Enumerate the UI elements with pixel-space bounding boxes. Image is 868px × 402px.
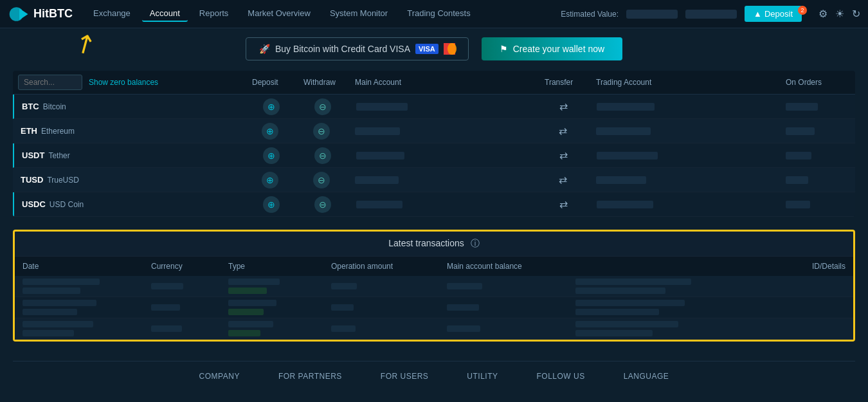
- search-area: Show zero balances: [13, 71, 244, 94]
- tx-balance-1: [439, 280, 568, 292]
- eth-trading-account: [588, 125, 778, 138]
- usdt-trading-value: [597, 152, 658, 160]
- refresh-icon[interactable]: ↻: [852, 8, 860, 20]
- eth-withdraw-button[interactable]: ⊖: [313, 123, 330, 140]
- tx-currency-3: [143, 323, 221, 334]
- estimated-value: [626, 10, 678, 19]
- nav-system-monitor[interactable]: System Monitor: [322, 6, 395, 22]
- transactions-header: Date Currency Type Operation amount Main…: [15, 257, 853, 276]
- transactions-section: Latest transactions ⓘ Date Currency Type…: [13, 230, 855, 342]
- gear-icon[interactable]: ⚙: [818, 8, 827, 20]
- tusd-withdraw-button[interactable]: ⊖: [313, 172, 330, 188]
- date-header: Date: [15, 257, 143, 276]
- tx-amount-3: [323, 323, 439, 334]
- tusd-symbol: TUSD: [21, 175, 43, 185]
- usdc-name: USD Coin: [50, 200, 84, 209]
- rocket-icon: 🚀: [259, 44, 270, 54]
- search-input[interactable]: [18, 75, 82, 90]
- currency-cell-eth: ETH Ethereum: [13, 122, 244, 140]
- eth-deposit-cell: ⊕: [244, 120, 296, 142]
- deposit-button[interactable]: ▲ Deposit: [745, 6, 802, 22]
- usdc-withdraw-button[interactable]: ⊖: [314, 196, 331, 213]
- info-icon: ⓘ: [471, 238, 480, 248]
- usdt-symbol: USDT: [22, 151, 44, 160]
- btc-symbol: BTC: [22, 102, 39, 111]
- transfer-icon: ⇄: [559, 149, 568, 161]
- btc-withdraw-cell: ⊖: [297, 96, 348, 118]
- deposit-header: Deposit: [244, 71, 296, 94]
- usdt-deposit-button[interactable]: ⊕: [263, 147, 280, 164]
- nav-market-overview[interactable]: Market Overview: [240, 6, 318, 22]
- tx-date-3: [15, 318, 143, 339]
- usdc-transfer[interactable]: ⇄: [538, 196, 589, 213]
- tusd-on-orders: [778, 174, 855, 187]
- btc-name: Bitcoin: [43, 102, 66, 111]
- wallet-icon: ⚑: [500, 44, 508, 54]
- deposit-label: Deposit: [764, 9, 793, 19]
- usdc-main-account: [348, 198, 538, 211]
- nav-trading-contests[interactable]: Trading Contests: [399, 6, 478, 22]
- table-row: USDT Tether ⊕ ⊖ ⇄: [13, 143, 855, 168]
- btc-transfer[interactable]: ⇄: [538, 98, 589, 115]
- transfer-icon: ⇄: [559, 174, 567, 186]
- currency-cell-usdc: USDC USD Coin: [14, 196, 246, 213]
- tusd-deposit-button[interactable]: ⊕: [262, 172, 278, 188]
- main-account-header: Main Account: [347, 71, 537, 94]
- usdc-trading-account: [589, 198, 778, 211]
- main-balance-header: Main account balance: [439, 257, 568, 276]
- btc-main-account: [348, 100, 538, 113]
- usdc-main-value: [356, 201, 402, 208]
- usdt-withdraw-button[interactable]: ⊖: [314, 147, 331, 164]
- btc-deposit-button[interactable]: ⊕: [263, 98, 280, 115]
- eth-orders-value: [786, 127, 815, 135]
- show-zero-balances-link[interactable]: Show zero balances: [89, 78, 158, 87]
- usdc-deposit-cell: ⊕: [246, 194, 297, 215]
- usdt-orders-value: [786, 152, 811, 160]
- nav-exchange[interactable]: Exchange: [86, 6, 138, 22]
- tx-date-2: [15, 297, 143, 318]
- transfer-icon: ⇄: [559, 100, 568, 113]
- usdt-transfer[interactable]: ⇄: [538, 147, 589, 164]
- nav-links: Exchange Account Reports Market Overview…: [86, 6, 561, 22]
- table-row: USDC USD Coin ⊕ ⊖ ⇄: [13, 192, 855, 217]
- tusd-name: TrueUSD: [47, 176, 79, 185]
- currency-header: Currency: [143, 257, 221, 276]
- create-wallet-button[interactable]: ⚑ Create your wallet now: [482, 37, 622, 60]
- tx-type-3: [221, 318, 323, 339]
- usdt-trading-account: [589, 149, 778, 162]
- usdc-deposit-button[interactable]: ⊕: [263, 196, 280, 213]
- tusd-transfer[interactable]: ⇄: [537, 171, 588, 188]
- btc-trading-account: [589, 100, 778, 113]
- usdt-main-value: [356, 152, 404, 160]
- eth-deposit-button[interactable]: ⊕: [262, 123, 278, 140]
- footer-follow: FOLLOW US: [537, 372, 585, 381]
- buy-bitcoin-button[interactable]: 🚀 Buy Bitcoin with Credit Card VISA VISA: [246, 37, 469, 60]
- buy-bitcoin-label: Buy Bitcoin with Credit Card VISA: [275, 44, 410, 54]
- currency-cell-tusd: TUSD TrueUSD: [13, 171, 244, 188]
- footer-partners: FOR PARTNERS: [278, 372, 342, 381]
- tusd-deposit-cell: ⊕: [244, 169, 296, 191]
- tx-amount-1: [323, 280, 439, 292]
- eth-main-account: [347, 125, 537, 138]
- table-row: ETH Ethereum ⊕ ⊖ ⇄: [13, 119, 855, 143]
- operation-amount-header: Operation amount: [323, 257, 439, 276]
- usdc-symbol: USDC: [22, 199, 46, 209]
- tx-currency-2: [143, 302, 221, 313]
- footer: COMPANY FOR PARTNERS FOR USERS UTILITY F…: [13, 361, 855, 391]
- tx-date-1: [15, 276, 143, 297]
- logo[interactable]: HitBTC: [8, 5, 73, 23]
- eth-transfer[interactable]: ⇄: [537, 122, 588, 140]
- footer-company: COMPANY: [199, 372, 240, 381]
- create-wallet-label: Create your wallet now: [513, 44, 604, 54]
- visa-badge: VISA: [415, 44, 439, 54]
- nav-account[interactable]: Account: [142, 6, 188, 22]
- sun-icon[interactable]: ☀: [835, 8, 844, 20]
- nav-right: Estimated Value: ▲ Deposit 2 ⚙ ☀ ↻: [561, 6, 860, 22]
- eth-on-orders: [778, 125, 855, 138]
- transfer-header: Transfer: [537, 71, 588, 94]
- type-header: Type: [221, 257, 323, 276]
- btc-withdraw-button[interactable]: ⊖: [314, 98, 331, 115]
- eth-symbol: ETH: [21, 126, 37, 136]
- mastercard-icon: [444, 43, 455, 55]
- nav-reports[interactable]: Reports: [192, 6, 237, 22]
